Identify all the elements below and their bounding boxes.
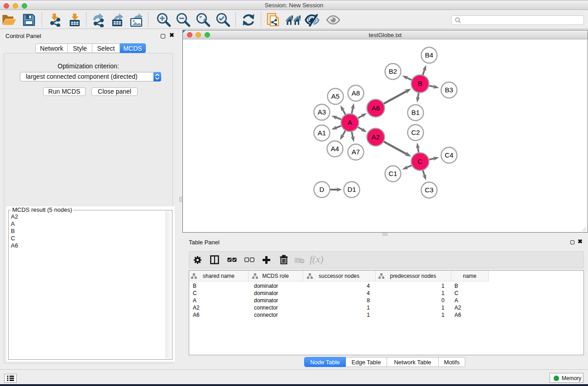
svg-text:A5: A5 — [331, 92, 339, 100]
svg-text:A1: A1 — [318, 129, 326, 137]
svg-text:A8: A8 — [352, 89, 360, 97]
svg-text:C: C — [418, 157, 423, 165]
svg-text:C1: C1 — [388, 170, 397, 177]
svg-text:B4: B4 — [425, 51, 433, 59]
svg-text:A3: A3 — [318, 108, 326, 116]
svg-text:A2: A2 — [372, 133, 380, 141]
svg-text:B1: B1 — [411, 109, 420, 116]
svg-text:D1: D1 — [347, 186, 356, 193]
svg-text:A: A — [348, 119, 352, 126]
svg-text:A6: A6 — [372, 104, 380, 112]
svg-text:C2: C2 — [411, 129, 420, 136]
svg-text:B: B — [418, 80, 422, 87]
svg-text:C3: C3 — [425, 186, 433, 194]
svg-text:D: D — [320, 186, 325, 193]
svg-text:B3: B3 — [445, 86, 453, 94]
svg-text:A4: A4 — [331, 145, 339, 152]
svg-text:C4: C4 — [445, 151, 453, 159]
svg-text:A7: A7 — [352, 148, 360, 156]
svg-text:B2: B2 — [389, 67, 397, 75]
